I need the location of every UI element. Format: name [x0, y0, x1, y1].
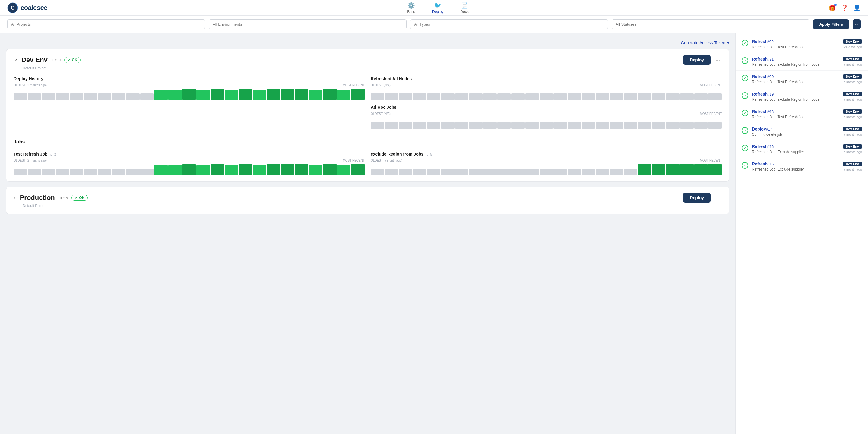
- check-icon: ✓: [742, 145, 748, 151]
- activity-item: ✓ Refresh#20 Dev Env Refreshed Job: Test…: [736, 70, 868, 88]
- adhoc-chart: [371, 116, 722, 129]
- adhoc-title: Ad Hoc Jobs: [371, 105, 722, 110]
- bar-segment: [582, 93, 595, 100]
- environments-filter[interactable]: [209, 19, 407, 29]
- nav-docs[interactable]: 📄 Docs: [458, 1, 471, 15]
- bar-segment: [694, 164, 708, 175]
- job-1-name: exclude Region from Jobs: [371, 152, 424, 157]
- bar-segment: [483, 93, 497, 100]
- bar-segment: [596, 122, 609, 129]
- statuses-filter[interactable]: [612, 19, 809, 29]
- bar-segment: [652, 93, 665, 100]
- activity-type[interactable]: Refresh: [752, 74, 768, 79]
- bar-segment: [624, 122, 638, 129]
- bar-segment: [539, 93, 553, 100]
- collapse-production-button[interactable]: ›: [13, 195, 16, 201]
- bar-segment: [309, 165, 322, 175]
- activity-type[interactable]: Refresh: [752, 144, 768, 149]
- types-filter[interactable]: [410, 19, 608, 29]
- activity-env-badge: Dev Env: [843, 39, 862, 44]
- dev-status-badge: ✓ OK: [64, 57, 81, 63]
- user-icon[interactable]: 👤: [853, 4, 861, 11]
- activity-env-badge: Dev Env: [843, 57, 862, 62]
- projects-filter[interactable]: [7, 19, 205, 29]
- activity-type[interactable]: Refresh: [752, 109, 768, 114]
- bar-segment: [112, 93, 125, 100]
- activity-title-row: Refresh#15 Dev Env: [752, 162, 862, 166]
- activity-type[interactable]: Deploy: [752, 127, 766, 131]
- bar-segment: [427, 93, 441, 100]
- bar-segment: [337, 165, 351, 175]
- activity-time: a month ago: [843, 80, 862, 84]
- bar-segment: [399, 122, 412, 129]
- collapse-dev-button[interactable]: ∨: [13, 57, 18, 63]
- more-options-button[interactable]: ···: [852, 19, 861, 29]
- activity-content: Refresh#20 Dev Env Refreshed Job: Test R…: [752, 74, 862, 84]
- env-header-left-production: › Production ID: 5 ✓ OK: [13, 194, 88, 202]
- bar-segment: [239, 89, 252, 100]
- activity-name-group: Refresh#22: [752, 39, 774, 44]
- bar-segment: [385, 122, 398, 129]
- activity-desc: Refreshed Job: Exclude supplier: [752, 167, 804, 171]
- generate-token-bar: Generate Access Token ▾: [6, 38, 729, 49]
- bar-segment: [483, 169, 497, 175]
- activity-title-row: Refresh#22 Dev Env: [752, 39, 862, 44]
- activity-env-badge: Dev Env: [843, 92, 862, 96]
- bar-segment: [126, 93, 140, 100]
- bar-segment: [84, 93, 97, 100]
- bar-segment: [596, 93, 609, 100]
- bar-segment: [497, 122, 511, 129]
- dev-status-text: OK: [72, 58, 77, 62]
- job-0-name-row: Test Refresh Job id: 2: [13, 152, 56, 157]
- bar-segment: [666, 164, 680, 175]
- refreshed-all-chart: [371, 88, 722, 100]
- activity-env-badge: Dev Env: [843, 144, 862, 149]
- activity-time: a month ago: [843, 168, 862, 171]
- generate-token-button[interactable]: Generate Access Token ▾: [681, 40, 729, 45]
- activity-content: Refresh#21 Dev Env Refreshed Job: exclud…: [752, 57, 862, 67]
- gift-icon[interactable]: 🎁: [829, 4, 836, 11]
- job-1: exclude Region from Jobs id: 5 ··· OLDES…: [371, 149, 722, 175]
- help-icon[interactable]: ❓: [841, 4, 848, 11]
- production-deploy-button[interactable]: Deploy: [683, 193, 711, 203]
- activity-content: Deploy#17 Dev Env Commit: delete job a m…: [752, 127, 862, 136]
- activity-type[interactable]: Refresh: [752, 57, 768, 62]
- nav-build[interactable]: ⚙️ Build: [405, 1, 418, 15]
- check-icon: ✓: [742, 57, 748, 64]
- job-1-more-button[interactable]: ···: [714, 149, 722, 158]
- bar-segment: [568, 169, 581, 175]
- activity-meta: Commit: delete job a month ago: [752, 132, 862, 136]
- check-icon: ✓: [742, 40, 748, 46]
- bar-segment: [351, 89, 365, 100]
- production-more-button[interactable]: ···: [714, 194, 722, 202]
- bar-segment: [525, 169, 539, 175]
- activity-desc: Refreshed Job: Test Refresh Job: [752, 80, 805, 84]
- activity-name-group: Refresh#21: [752, 57, 774, 62]
- activity-type[interactable]: Refresh: [752, 92, 768, 96]
- job-0-more-button[interactable]: ···: [356, 149, 365, 158]
- activity-type[interactable]: Refresh: [752, 39, 768, 44]
- bar-segment: [225, 165, 238, 175]
- activity-content: Refresh#19 Dev Env Refreshed Job: exclud…: [752, 92, 862, 102]
- bar-segment: [70, 93, 84, 100]
- activity-num: #19: [768, 92, 774, 96]
- svg-text:C: C: [11, 5, 15, 11]
- jobs-title: Jobs: [13, 139, 722, 145]
- nav-deploy[interactable]: 🐦 Deploy: [430, 1, 446, 15]
- bar-segment: [582, 122, 595, 129]
- dev-more-button[interactable]: ···: [714, 56, 722, 65]
- activity-type[interactable]: Refresh: [752, 162, 768, 166]
- bar-segment: [511, 169, 525, 175]
- activity-env-badge: Dev Env: [843, 109, 862, 114]
- production-subtitle: Default Project: [23, 204, 722, 208]
- refreshed-all-title: Refreshed All Nodes: [371, 76, 722, 81]
- dev-deploy-button[interactable]: Deploy: [683, 55, 711, 65]
- bar-segment: [680, 164, 694, 175]
- bar-segment: [168, 165, 182, 175]
- bar-segment: [112, 169, 125, 175]
- deploy-history-section: Deploy History OLDEST (2 months ago) MOS…: [13, 76, 365, 129]
- env-title-dev: Dev Env: [22, 56, 48, 64]
- dev-subtitle: Default Project: [23, 66, 722, 70]
- activity-time: a month ago: [843, 98, 862, 101]
- apply-filters-button[interactable]: Apply Filters: [813, 19, 849, 29]
